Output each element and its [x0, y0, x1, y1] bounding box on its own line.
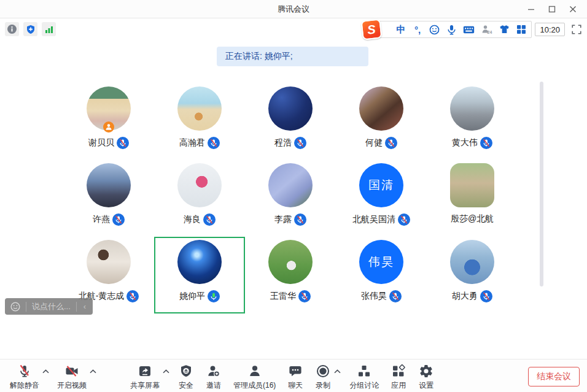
- participant-cell[interactable]: 李露: [245, 160, 336, 237]
- meeting-info-icon: [7, 24, 17, 34]
- security-shield-icon: [178, 363, 194, 379]
- toolbar-item-invite[interactable]: 邀请: [202, 363, 225, 391]
- record-icon: [315, 363, 331, 379]
- share-screen-icon: [137, 363, 153, 379]
- toolbar-item-members[interactable]: 管理成员(16): [230, 363, 279, 391]
- punctuation-icon[interactable]: °,: [413, 23, 422, 36]
- participant-avatar: 国清: [359, 163, 403, 207]
- participant-name: 黄大伟: [452, 137, 478, 148]
- toolbar-item-chat[interactable]: 聊天: [284, 363, 307, 391]
- night-mode-24-icon[interactable]: 24: [481, 23, 492, 36]
- toolbar-item-settings[interactable]: 设置: [414, 363, 438, 391]
- participant-cell[interactable]: 谢贝贝: [63, 83, 154, 160]
- participant-cell[interactable]: 殷莎@北航: [427, 160, 518, 237]
- toolbar-center-group: 共享屏幕 安全 邀请 管理成员(16) 聊天 录制: [126, 363, 438, 391]
- mic-muted-badge: [480, 290, 492, 302]
- mic-muted-icon: [480, 137, 492, 149]
- participant-name: 何健: [365, 137, 383, 148]
- chevron-up-icon[interactable]: [333, 369, 341, 374]
- participant-name: 谢贝贝: [88, 137, 114, 148]
- mic-muted-icon: [126, 290, 139, 302]
- chevron-up-icon[interactable]: [42, 369, 50, 374]
- meeting-info-button[interactable]: [5, 22, 19, 36]
- toolbar-item-apps[interactable]: 应用: [387, 363, 410, 391]
- chat-icon: [287, 363, 303, 379]
- emoji-picker-button[interactable]: [10, 302, 20, 312]
- toolbar-item-camera-off[interactable]: 开启视频: [53, 363, 90, 391]
- chinese-mode-icon[interactable]: 中: [396, 23, 406, 36]
- scrollbar-thumb[interactable]: [540, 82, 543, 286]
- mic-muted-badge: [208, 137, 220, 149]
- mic-speaking-icon: [208, 290, 220, 302]
- toolbox-grid-icon[interactable]: [516, 23, 526, 36]
- participant-cell[interactable]: 程浩: [245, 83, 336, 160]
- participant-cell[interactable]: 姚仰平: [154, 237, 245, 313]
- toolbar-item-security-shield[interactable]: 安全: [174, 363, 198, 391]
- participant-avatar: [177, 163, 222, 207]
- participant-cell[interactable]: 伟昊 张伟昊: [336, 237, 427, 313]
- maximize-button[interactable]: [542, 0, 562, 18]
- shield-protect-button[interactable]: [23, 22, 37, 36]
- participant-name: 张伟昊: [361, 291, 387, 302]
- participant-name: 姚仰平: [179, 291, 205, 302]
- apps-icon: [391, 363, 406, 379]
- participant-cell[interactable]: 海良: [154, 160, 245, 237]
- mic-muted-badge: [398, 213, 410, 226]
- svg-text:24: 24: [488, 30, 492, 34]
- minimize-button[interactable]: [521, 0, 542, 18]
- participant-cell[interactable]: 许燕: [63, 160, 154, 237]
- toolbar-item-share-screen[interactable]: 共享屏幕: [126, 363, 163, 391]
- participant-avatar: [450, 163, 494, 207]
- network-signal-button[interactable]: [42, 22, 56, 36]
- participant-name: 高瀚君: [179, 137, 205, 148]
- speaking-banner: 正在讲话: 姚仰平;: [217, 47, 368, 66]
- chat-input-placeholder[interactable]: 说点什么...: [32, 301, 71, 312]
- close-button[interactable]: [562, 0, 583, 18]
- mic-muted-icon: [480, 290, 492, 302]
- toolbar-left-group: 解除静音 开启视频: [6, 363, 97, 391]
- toolbar-item-breakout[interactable]: 分组讨论: [346, 363, 383, 391]
- divider: [76, 302, 77, 312]
- participant-avatar: [177, 240, 222, 284]
- members-icon: [247, 363, 263, 379]
- network-signal-icon: [44, 25, 54, 34]
- chat-collapse-button[interactable]: ‹: [82, 302, 87, 311]
- participant-avatar: [177, 86, 222, 131]
- mic-muted-badge: [126, 290, 139, 302]
- participant-name: 王雷华: [270, 291, 296, 302]
- fullscreen-icon: [571, 24, 582, 35]
- participant-cell[interactable]: 国清 北航吴国清: [336, 160, 427, 237]
- participant-avatar: [87, 163, 131, 207]
- participant-name: 北航吴国清: [352, 214, 395, 225]
- chat-quick-input: 说点什么... ‹: [5, 298, 93, 315]
- mic-speaking-badge: [208, 290, 220, 302]
- participant-name: 许燕: [93, 214, 110, 225]
- mic-off-icon: [17, 363, 33, 379]
- sogou-logo-icon[interactable]: S: [360, 18, 382, 40]
- camera-off-icon: [64, 363, 80, 379]
- chevron-up-icon[interactable]: [89, 369, 97, 374]
- toolbar-item-record[interactable]: 录制: [311, 363, 335, 391]
- emoji-icon[interactable]: [429, 23, 440, 36]
- chevron-up-icon[interactable]: [162, 369, 170, 374]
- status-bar: S 中 °, 24 10:20: [0, 19, 587, 40]
- mic-muted-icon: [117, 137, 129, 149]
- keyboard-icon[interactable]: [463, 23, 475, 36]
- breakout-icon: [356, 363, 372, 379]
- toolbar-item-mic-off[interactable]: 解除静音: [6, 363, 43, 391]
- participant-cell[interactable]: 何健: [336, 83, 427, 160]
- mic-muted-icon: [294, 213, 306, 226]
- participant-name: 李露: [274, 214, 292, 225]
- participant-name: 胡大勇: [452, 291, 478, 302]
- host-badge-icon: [103, 121, 114, 133]
- participant-cell[interactable]: 王雷华: [245, 237, 336, 313]
- participant-cell[interactable]: 胡大勇: [427, 237, 518, 313]
- voice-input-icon[interactable]: [446, 23, 456, 36]
- clock-display: 10:20: [535, 23, 565, 36]
- fullscreen-button[interactable]: [570, 23, 583, 36]
- participant-cell[interactable]: 黄大伟: [427, 83, 518, 160]
- participant-avatar: [450, 240, 494, 284]
- end-meeting-button[interactable]: 结束会议: [528, 367, 580, 386]
- skin-icon[interactable]: [499, 23, 510, 36]
- participant-cell[interactable]: 高瀚君: [154, 83, 245, 160]
